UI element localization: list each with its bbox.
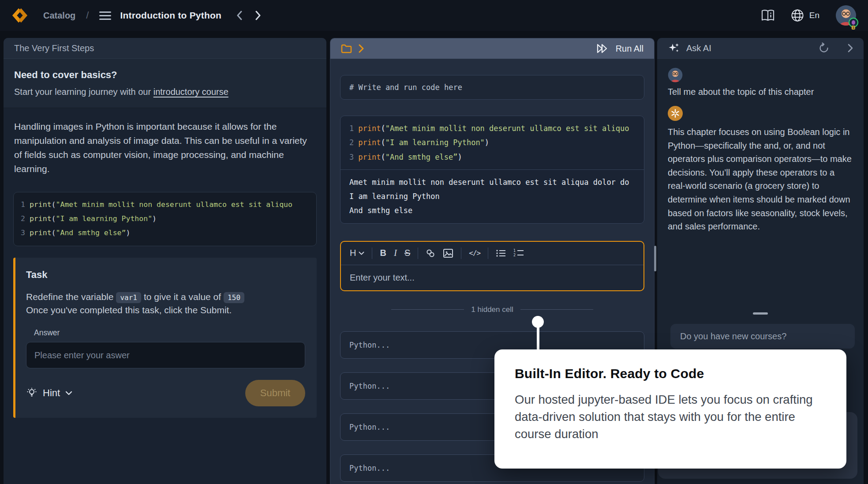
next-chapter-button[interactable]	[254, 11, 261, 20]
task-card: Task Redefine the variablevar1to give it…	[13, 258, 317, 418]
run-all-button[interactable]: Run All	[596, 43, 644, 54]
bullet-list-button[interactable]	[496, 249, 506, 258]
ask-ai-suggestion-input[interactable]: Do you have new courses?	[670, 324, 855, 349]
user-avatar[interactable]: 1	[835, 5, 857, 26]
divider-line	[391, 309, 464, 310]
run-all-label: Run All	[616, 44, 644, 54]
numbered-list-button[interactable]: 1 2	[513, 249, 524, 258]
chevron-down-icon	[65, 391, 72, 395]
chapter-menu-icon[interactable]	[99, 11, 111, 20]
code-cell-output: Amet minim mollit non deserunt ullamco e…	[340, 170, 644, 223]
breadcrumb-catalog[interactable]: Catalog	[43, 11, 75, 21]
brand-logo-icon[interactable]	[11, 7, 28, 24]
lesson-paragraph: Handling images in Python is important b…	[4, 108, 326, 176]
divider-line	[520, 309, 593, 310]
user-message: Tell me about the topic of this chapter	[668, 87, 853, 97]
task-actions: Hint Submit	[26, 380, 305, 406]
collapse-panel-icon[interactable]	[847, 44, 853, 53]
navbar-right-group: En 1	[761, 5, 857, 26]
insert-image-button[interactable]	[443, 248, 453, 258]
onboarding-tooltip: Built-In Editor. Ready to Code Our hoste…	[494, 349, 846, 469]
tooltip-title: Built-In Editor. Ready to Code	[515, 366, 826, 381]
user-message-avatar	[668, 68, 683, 83]
output-line: I am learning Python	[349, 189, 635, 203]
tooltip-anchor-dot	[532, 316, 544, 328]
chevron-down-icon	[359, 251, 364, 255]
lesson-panel: The Very First Steps Need to cover basic…	[4, 38, 326, 484]
lesson-panel-header: The Very First Steps	[4, 38, 326, 59]
link-button[interactable]	[426, 248, 435, 258]
tooltip-body: Our hosted jupyter-based IDE lets you fo…	[515, 391, 826, 443]
strikethrough-button[interactable]: S	[404, 248, 410, 258]
sparkles-icon	[668, 42, 680, 54]
code-line: 1print("Amet minim mollit non deserunt u…	[21, 198, 309, 212]
lesson-title: The Very First Steps	[14, 43, 94, 53]
svg-text:1: 1	[513, 249, 516, 253]
task-instruction-2: Once you've completed this task, click t…	[26, 304, 305, 317]
intro-heading: Need to cover basics?	[14, 69, 316, 81]
hint-toggle[interactable]: Hint	[26, 387, 72, 399]
run-all-icon	[596, 43, 610, 54]
hint-label: Hint	[43, 387, 60, 399]
introductory-course-link[interactable]: introductory course	[153, 87, 228, 97]
bold-button[interactable]: B	[380, 248, 386, 258]
image-icon	[443, 248, 453, 258]
code-line: 2print("I am learning Python")	[349, 135, 635, 150]
page: Catalog / Introduction to Python	[0, 0, 868, 484]
chevron-left-icon	[236, 11, 243, 20]
heading-dropdown[interactable]: H	[350, 248, 364, 258]
code-cell[interactable]: 1print("Amet minim mollit non deserunt u…	[340, 116, 644, 224]
docs-book-icon[interactable]	[761, 9, 775, 22]
code-cell-source[interactable]: 1print("Amet minim mollit non deserunt u…	[340, 116, 644, 170]
language-label: En	[809, 11, 819, 20]
code-line: 1print("Amet minim mollit non deserunt u…	[349, 121, 635, 135]
link-icon	[426, 248, 435, 258]
editor-panel-header: Run All	[330, 38, 654, 59]
ai-message: This chapter focuses on using Boolean lo…	[668, 125, 853, 233]
intro-callout: Need to cover basics? Start your learnin…	[4, 59, 326, 108]
chevron-right-icon	[254, 11, 261, 20]
toolbar-divider	[461, 248, 461, 259]
lightbulb-icon	[26, 387, 37, 399]
toolbar-divider	[418, 248, 418, 259]
resize-handle[interactable]	[753, 312, 768, 315]
code-line: 3print("And smthg else”)	[349, 150, 635, 164]
ask-ai-header: Ask AI	[657, 38, 864, 59]
numbered-list-icon: 1 2	[513, 249, 524, 258]
openai-logo-icon	[670, 109, 680, 118]
scratch-code-cell[interactable]: # Write and run code here	[340, 75, 644, 100]
hidden-cells-label: 1 hidden cell	[471, 305, 513, 314]
achievement-badge: 1	[849, 18, 858, 27]
hidden-cells-divider[interactable]: 1 hidden cell	[330, 305, 654, 314]
page-title: Introduction to Python	[120, 10, 221, 21]
top-navbar: Catalog / Introduction to Python	[0, 0, 868, 31]
output-line: And smthg else	[349, 203, 635, 218]
bullet-list-icon	[496, 249, 506, 258]
rich-text-input[interactable]: Enter your text...	[341, 265, 644, 290]
lesson-code-block: 1print("Amet minim mollit non deserunt u…	[13, 192, 317, 246]
rich-text-toolbar: H B I S	[341, 242, 644, 265]
answer-input[interactable]	[26, 342, 305, 368]
ask-ai-title: Ask AI	[686, 43, 711, 53]
language-selector[interactable]: En	[791, 9, 819, 22]
code-line: 2print("I am learning Python")	[21, 212, 309, 226]
toolbar-divider	[488, 248, 488, 259]
output-line: Amet minim mollit non deserunt ullamco e…	[349, 175, 635, 189]
inline-code-150: 150	[224, 292, 244, 303]
svg-text:2: 2	[513, 253, 516, 257]
breadcrumb-separator: /	[86, 10, 89, 21]
inline-code-var1: var1	[116, 292, 141, 303]
italic-button[interactable]: I	[394, 248, 397, 259]
answer-label: Answer	[34, 328, 305, 338]
folder-icon[interactable]	[341, 44, 352, 53]
task-instruction-1: Redefine the variablevar1to give it a va…	[26, 290, 305, 304]
toolbar-divider	[372, 248, 372, 259]
prev-chapter-button[interactable]	[236, 11, 243, 20]
expand-chevron-icon[interactable]	[358, 44, 364, 53]
reset-chat-icon[interactable]	[818, 42, 830, 54]
editor-scrollbar-thumb[interactable]	[654, 246, 656, 271]
globe-icon	[791, 9, 804, 22]
submit-button[interactable]: Submit	[245, 380, 305, 406]
ai-assistant-avatar	[668, 106, 683, 121]
code-format-button[interactable]: </>	[469, 249, 480, 257]
